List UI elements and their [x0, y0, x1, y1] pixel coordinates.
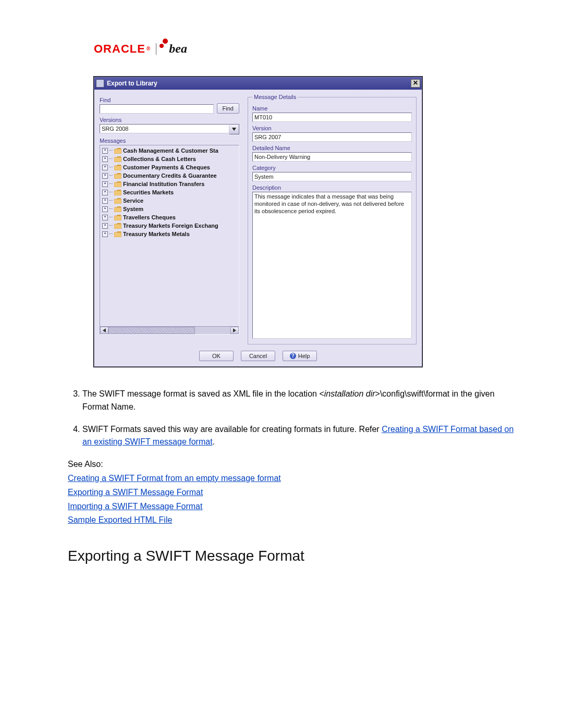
svg-rect-1	[114, 149, 121, 154]
message-details-group: Message Details Name Version Detailed Na…	[248, 94, 417, 344]
tree-item[interactable]: •Collections & Cash Letters	[100, 155, 239, 163]
scroll-thumb[interactable]	[108, 327, 195, 334]
find-button[interactable]: Find	[217, 103, 239, 114]
help-button-label: Help	[298, 353, 310, 359]
folder-icon	[114, 190, 121, 195]
tree-item-label: Service	[123, 198, 143, 204]
folder-icon	[114, 206, 121, 212]
svg-rect-5	[114, 182, 121, 187]
versions-value[interactable]	[100, 124, 229, 133]
dialog-button-row: OK Cancel ? Help	[94, 347, 422, 366]
svg-marker-0	[232, 128, 236, 131]
tree-item-label: Treasury Markets Foreign Exchang	[123, 223, 218, 229]
folder-icon	[114, 231, 121, 237]
tree-item[interactable]: •Travellers Cheques	[100, 213, 239, 221]
svg-rect-3	[114, 166, 121, 170]
ok-button[interactable]: OK	[199, 351, 234, 361]
message-details-legend: Message Details	[252, 94, 298, 100]
detailed-name-field[interactable]	[252, 152, 412, 162]
name-label: Name	[252, 105, 412, 112]
help-icon: ?	[290, 353, 296, 359]
expand-icon[interactable]: •	[102, 215, 108, 220]
find-label: Find	[100, 97, 214, 103]
messages-tree[interactable]: •Cash Management & Customer Sta•Collecti…	[100, 145, 239, 335]
dialog-titlebar: Export to Library ✕	[94, 77, 422, 90]
svg-marker-13	[233, 328, 236, 332]
bea-logo: bea	[162, 42, 187, 56]
tree-item[interactable]: •Documentary Credits & Guarantee	[100, 171, 239, 180]
registered-mark: ®	[146, 46, 151, 52]
chevron-down-icon[interactable]	[229, 124, 239, 134]
version-label: Version	[252, 125, 412, 131]
tree-item[interactable]: •Securities Markets	[100, 188, 239, 196]
expand-icon[interactable]: •	[102, 190, 108, 195]
expand-icon[interactable]: •	[102, 223, 108, 229]
expand-icon[interactable]: •	[102, 181, 108, 187]
dialog-title: Export to Library	[107, 80, 411, 87]
expand-icon[interactable]: •	[102, 148, 108, 154]
svg-rect-10	[114, 224, 121, 229]
tree-item[interactable]: •System	[100, 205, 239, 213]
link-creating-swift-format-empty[interactable]: Creating a SWIFT Format from an empty me…	[68, 472, 516, 485]
category-field[interactable]	[252, 172, 412, 181]
svg-rect-9	[114, 216, 121, 220]
see-also-label: See Also:	[68, 458, 516, 471]
folder-icon	[114, 148, 121, 154]
tree-item-label: Customer Payments & Cheques	[123, 164, 210, 170]
tree-item[interactable]: •Financial Institution Transfers	[100, 180, 239, 188]
scroll-right-icon[interactable]	[230, 327, 239, 334]
cancel-button[interactable]: Cancel	[241, 351, 275, 361]
dialog-title-icon	[96, 79, 104, 88]
svg-rect-2	[114, 157, 121, 162]
close-button[interactable]: ✕	[411, 79, 420, 88]
tree-item-label: Documentary Credits & Guarantee	[123, 172, 217, 179]
svg-rect-6	[114, 191, 121, 195]
link-sample-exported-html[interactable]: Sample Exported HTML File	[68, 514, 516, 527]
logo-divider	[156, 43, 156, 55]
svg-rect-4	[114, 174, 121, 179]
detailed-name-label: Detailed Name	[252, 145, 412, 151]
expand-icon[interactable]: •	[102, 173, 108, 179]
link-importing-swift-format[interactable]: Importing a SWIFT Message Format	[68, 500, 516, 513]
expand-icon[interactable]: •	[102, 206, 108, 212]
horizontal-scrollbar[interactable]	[100, 326, 239, 334]
tree-item-label: Collections & Cash Letters	[123, 156, 196, 162]
list-item: SWIFT Formats saved this way are availab…	[82, 423, 516, 449]
section-heading: Exporting a SWIFT Message Format	[68, 545, 516, 567]
version-field[interactable]	[252, 132, 412, 142]
folder-icon	[114, 198, 121, 204]
svg-rect-7	[114, 199, 121, 204]
svg-marker-12	[103, 328, 106, 332]
folder-icon	[114, 223, 121, 229]
export-to-library-dialog: Export to Library ✕ Find Find Versions	[94, 77, 422, 367]
svg-rect-8	[114, 207, 121, 212]
document-body: The SWIFT message format is saved as XML…	[68, 388, 516, 567]
svg-rect-11	[114, 232, 121, 237]
tree-item[interactable]: •Treasury Markets Metals	[100, 230, 239, 238]
description-label: Description	[252, 184, 412, 191]
expand-icon[interactable]: •	[102, 156, 108, 162]
expand-icon[interactable]: •	[102, 198, 108, 204]
tree-item-label: Travellers Cheques	[123, 214, 176, 220]
tree-item[interactable]: •Treasury Markets Foreign Exchang	[100, 221, 239, 230]
find-input[interactable]	[100, 104, 214, 114]
tree-item[interactable]: •Customer Payments & Cheques	[100, 163, 239, 171]
expand-icon[interactable]: •	[102, 165, 108, 170]
category-label: Category	[252, 165, 412, 171]
versions-label: Versions	[100, 117, 239, 123]
list-item: The SWIFT message format is saved as XML…	[82, 388, 516, 414]
folder-icon	[114, 173, 121, 179]
tree-item[interactable]: •Service	[100, 196, 239, 205]
name-field[interactable]	[252, 113, 412, 122]
scroll-left-icon[interactable]	[100, 327, 108, 334]
oracle-logo-text: ORACLE	[94, 42, 145, 56]
tree-item-label: Treasury Markets Metals	[123, 231, 190, 237]
oracle-logo: ORACLE®	[94, 42, 151, 56]
expand-icon[interactable]: •	[102, 231, 108, 237]
versions-select[interactable]	[100, 124, 239, 134]
description-field[interactable]: This message indicates that a message th…	[252, 192, 412, 339]
help-button[interactable]: ? Help	[283, 351, 317, 361]
link-exporting-swift-format[interactable]: Exporting a SWIFT Message Format	[68, 486, 516, 499]
tree-item[interactable]: •Cash Management & Customer Sta	[100, 146, 239, 155]
folder-icon	[114, 215, 121, 220]
